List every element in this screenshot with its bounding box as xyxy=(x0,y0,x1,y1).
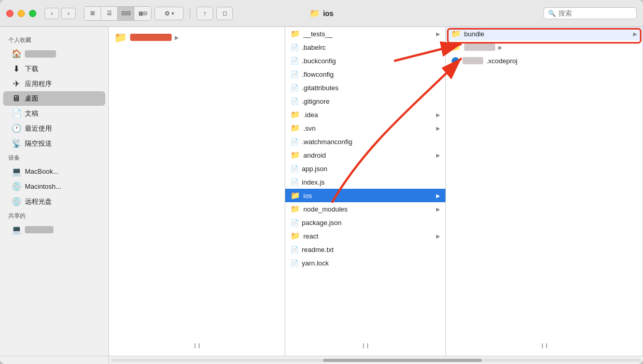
bundle-name: bundle xyxy=(464,30,630,38)
list-item[interactable]: 📄 .flowconfig xyxy=(285,67,445,81)
sidebar-item-downloads[interactable]: ⬇ 下载 xyxy=(3,61,105,76)
forward-button[interactable]: › xyxy=(61,8,76,19)
macintosh-label: Macintosh... xyxy=(25,183,61,190)
remote-label: 远程光盘 xyxy=(25,197,52,206)
col2-handle xyxy=(362,343,369,348)
column-1: 📁 ▶ xyxy=(109,27,285,356)
column-view-btn[interactable]: ⊟⊟ xyxy=(118,7,134,20)
macintosh-icon: 💿 xyxy=(11,181,21,191)
sidebar-item-macbook[interactable]: 💻 MacBook... xyxy=(3,164,105,179)
list-item[interactable]: 📄 app.json xyxy=(285,162,445,175)
icon-view-btn[interactable]: ⊞ xyxy=(85,7,101,20)
sidebar-item-documents[interactable]: 📄 文稿 xyxy=(3,106,105,121)
list-view-btn[interactable]: ☰ xyxy=(101,7,118,20)
list-item[interactable]: 📁 android ▶ xyxy=(285,148,445,162)
recents-icon: 🕐 xyxy=(11,123,21,133)
gallery-view-btn[interactable]: ▦⊟ xyxy=(134,7,151,20)
folder-icon: 📁 xyxy=(114,31,127,44)
desktop-icon: 🖥 xyxy=(11,94,21,103)
chevron-icon: ▶ xyxy=(633,31,637,37)
file-name: package.json xyxy=(302,219,440,227)
list-item[interactable]: 📄 .gitattributes xyxy=(285,81,445,94)
file-name: .idea xyxy=(303,111,433,119)
documents-icon: 📄 xyxy=(11,108,21,118)
titlebar: ‹ › ⊞ ☰ ⊟⊟ ▦⊟ ⚙ ▾ ↑ ◻ 📁 ios 🔍 xyxy=(0,0,643,27)
doc-icon: 📄 xyxy=(290,259,299,267)
list-item[interactable]: 📄 yarn.lock xyxy=(285,256,445,270)
list-item[interactable]: 📁 .idea ▶ xyxy=(285,108,445,121)
list-item[interactable]: 📄 index.js xyxy=(285,175,445,189)
chevron-icon: ▶ xyxy=(436,233,440,239)
sidebar: 个人收藏 🏠 ⬇ 下载 ✈ 应用程序 🖥 桌面 📄 文稿 xyxy=(0,27,109,356)
list-item[interactable]: 📄 .babelrc xyxy=(285,40,445,54)
list-item[interactable]: 🔵 .xcodeproj xyxy=(446,54,642,67)
file-name: __tests__ xyxy=(303,30,433,38)
file-browser: 📁 ▶ 📁 __tests__ ▶ xyxy=(109,27,643,356)
horizontal-scrollbar[interactable] xyxy=(111,359,641,362)
airdrop-icon: 📡 xyxy=(11,138,21,148)
close-button[interactable] xyxy=(6,10,13,17)
folder-icon: 📁 xyxy=(290,123,300,133)
search-input[interactable] xyxy=(558,9,632,17)
doc-icon: 📄 xyxy=(290,97,299,105)
title-folder-icon: 📁 xyxy=(310,8,320,18)
file-name: index.js xyxy=(302,178,440,186)
doc-icon: 📄 xyxy=(290,138,299,146)
list-item[interactable]: 📄 .buckconfig xyxy=(285,54,445,67)
list-item[interactable]: 📄 readme.txt xyxy=(285,243,445,256)
list-item[interactable]: 📁 node_modules ▶ xyxy=(285,202,445,216)
list-item[interactable]: 📁 .svn ▶ xyxy=(285,121,445,135)
sidebar-item-recents[interactable]: 🕐 最近使用 xyxy=(3,121,105,136)
column-2-scroll[interactable]: 📁 __tests__ ▶ 📄 .babelrc 📄 .buckconfig xyxy=(285,27,445,356)
list-item[interactable]: 📁 ▶ xyxy=(446,40,642,54)
toolbar-icons: ⊞ ☰ ⊟⊟ ▦⊟ ⚙ ▾ ↑ ◻ xyxy=(84,6,233,21)
sidebar-item-remote[interactable]: 💿 远程光盘 xyxy=(3,194,105,209)
search-box[interactable]: 🔍 xyxy=(543,7,637,19)
action-button[interactable]: ⚙ ▾ xyxy=(155,7,184,20)
file-name: readme.txt xyxy=(302,246,440,254)
sidebar-item-home[interactable]: 🏠 xyxy=(3,46,105,61)
window-title: ios xyxy=(323,9,333,18)
column-3-scroll[interactable]: 📁 bundle ▶ 📁 ▶ 🔵 .x xyxy=(446,27,642,356)
folder-icon: 📁 xyxy=(290,29,300,38)
list-item[interactable]: 📁 ios ▶ xyxy=(285,189,445,202)
doc-icon: 📄 xyxy=(290,178,299,186)
column-1-scroll[interactable]: 📁 ▶ xyxy=(109,27,285,356)
list-item[interactable]: 📄 package.json xyxy=(285,216,445,229)
sidebar-item-airdrop[interactable]: 📡 隔空投送 xyxy=(3,136,105,151)
doc-icon: 📄 xyxy=(290,84,299,92)
minimize-button[interactable] xyxy=(18,10,25,17)
file-name: node_modules xyxy=(303,205,433,213)
scrollbar-thumb[interactable] xyxy=(323,359,482,362)
gear-icon: ⚙ xyxy=(164,10,170,17)
applications-label: 应用程序 xyxy=(25,79,52,89)
list-item[interactable]: 📄 .gitignore xyxy=(285,94,445,108)
sidebar-item-applications[interactable]: ✈ 应用程序 xyxy=(3,76,105,91)
chevron-icon: ▶ xyxy=(436,112,440,118)
share-button[interactable]: ↑ xyxy=(197,7,213,20)
macbook-label: MacBook... xyxy=(25,167,59,175)
folder-icon: 📁 xyxy=(451,43,461,52)
doc-icon: 📄 xyxy=(290,219,299,227)
list-item[interactable]: 📁 react ▶ xyxy=(285,229,445,243)
back-button[interactable]: ‹ xyxy=(45,8,59,19)
file-name: react xyxy=(303,232,433,240)
list-item[interactable]: 📁 bundle ▶ xyxy=(446,27,642,40)
column-2: 📁 __tests__ ▶ 📄 .babelrc 📄 .buckconfig xyxy=(285,27,446,356)
shared1-label xyxy=(25,226,53,233)
file-name: .flowconfig xyxy=(302,71,440,78)
list-item[interactable]: 📄 .watchmanconfig xyxy=(285,135,445,148)
folder-icon: 📁 xyxy=(290,110,300,119)
maximize-button[interactable] xyxy=(29,10,36,17)
list-item[interactable]: 📁 ▶ xyxy=(109,27,285,46)
list-item[interactable]: 📁 __tests__ ▶ xyxy=(285,27,445,40)
tag-button[interactable]: ◻ xyxy=(216,7,233,20)
sidebar-item-macintosh[interactable]: 💿 Macintosh... xyxy=(3,179,105,194)
doc-icon: 📄 xyxy=(290,71,299,78)
sidebar-item-shared1[interactable]: 💻 xyxy=(3,222,105,237)
downloads-label: 下载 xyxy=(25,64,38,74)
shared-label: 共享的 xyxy=(0,209,108,222)
applications-icon: ✈ xyxy=(11,79,21,89)
chevron-icon: ▶ xyxy=(175,35,179,40)
sidebar-item-desktop[interactable]: 🖥 桌面 xyxy=(3,91,105,106)
